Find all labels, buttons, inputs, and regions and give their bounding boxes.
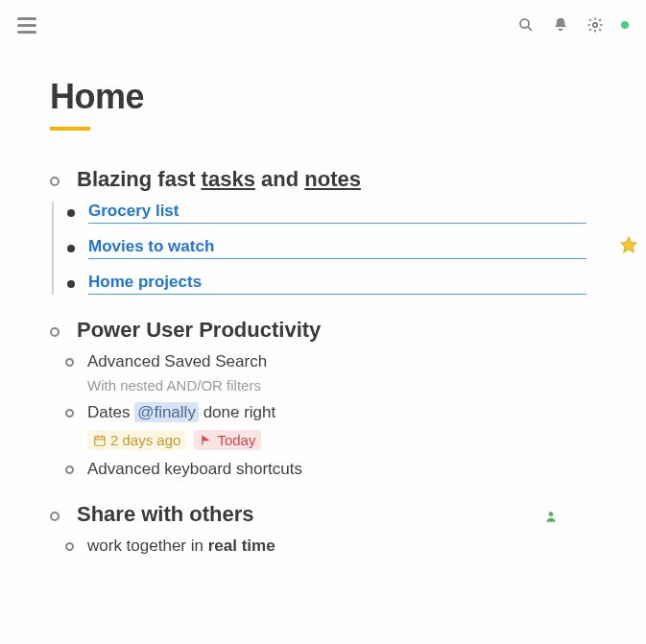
bullet-icon — [50, 327, 60, 337]
chip-label: Today — [217, 432, 255, 448]
list-item: work together in real time — [52, 537, 596, 556]
text: Dates — [87, 403, 130, 421]
person-icon[interactable] — [544, 510, 558, 523]
sub-list: Advanced Saved Search With nested AND/OR… — [52, 352, 596, 479]
text: and — [261, 167, 299, 191]
section-title: Blazing fast tasks and notes — [77, 167, 361, 192]
item-note: With nested AND/OR filters — [87, 377, 596, 394]
top-bar — [0, 0, 646, 38]
main-content: Home Blazing fast tasks and notes Grocer… — [0, 38, 646, 556]
gear-icon[interactable] — [586, 16, 604, 34]
star-icon[interactable] — [619, 235, 638, 259]
bullet-icon — [65, 465, 74, 474]
list-item: Advanced keyboard shortcuts — [52, 460, 596, 479]
list-item[interactable]: Movies to watch — [54, 237, 596, 259]
date-chip-past[interactable]: 2 days ago — [87, 430, 186, 450]
bullet-icon — [67, 209, 75, 217]
date-chip-today[interactable]: Today — [194, 430, 261, 450]
text: Blazing fast — [77, 167, 195, 191]
svg-line-1 — [528, 27, 532, 31]
link-label[interactable]: Movies to watch — [88, 237, 586, 259]
menu-icon[interactable] — [17, 17, 36, 34]
search-icon[interactable] — [517, 16, 535, 34]
text: work together in — [87, 537, 203, 555]
list-item: Advanced Saved Search With nested AND/OR… — [52, 352, 596, 394]
section-title: Share with others — [77, 502, 254, 527]
sub-list: work together in real time — [52, 537, 596, 556]
status-indicator — [621, 21, 629, 29]
mention-chip[interactable]: @finally — [134, 402, 199, 422]
bullet-icon — [65, 409, 74, 417]
svg-point-2 — [593, 23, 598, 28]
list-item[interactable]: Home projects — [54, 273, 596, 295]
bullet-icon — [67, 245, 75, 252]
section-title: Power User Productivity — [77, 318, 321, 343]
item-label: work together in real time — [87, 537, 596, 556]
text-underlined: tasks — [202, 167, 255, 191]
item-label: Dates @finally done right — [87, 403, 596, 422]
bullet-icon — [50, 177, 60, 186]
item-label: Advanced keyboard shortcuts — [87, 460, 596, 479]
section-power: Power User Productivity Advanced Saved S… — [50, 318, 596, 479]
link-list: Grocery list Movies to watch Home projec… — [52, 202, 596, 295]
bullet-icon — [67, 280, 75, 288]
svg-rect-4 — [95, 436, 106, 444]
text-bold: real time — [208, 537, 275, 555]
list-item: Dates @finally done right 2 days ago Tod… — [52, 403, 596, 450]
text: done right — [203, 403, 276, 421]
bullet-icon — [65, 542, 74, 551]
link-label[interactable]: Home projects — [88, 273, 586, 295]
section-share: Share with others work together in real … — [50, 502, 596, 556]
bell-icon[interactable] — [552, 16, 569, 34]
title-underline — [50, 127, 90, 131]
chip-label: 2 days ago — [110, 432, 180, 448]
svg-point-8 — [549, 512, 554, 516]
item-label: Advanced Saved Search — [87, 352, 596, 371]
bullet-icon — [50, 512, 60, 521]
section-fast: Blazing fast tasks and notes Grocery lis… — [50, 167, 596, 295]
page-title: Home — [50, 77, 596, 117]
link-label[interactable]: Grocery list — [88, 202, 586, 224]
text-underlined: notes — [304, 167, 361, 191]
list-item[interactable]: Grocery list — [54, 202, 596, 224]
svg-marker-3 — [621, 237, 637, 253]
bullet-icon — [65, 358, 74, 367]
svg-point-0 — [520, 19, 529, 28]
topbar-actions — [517, 16, 629, 34]
